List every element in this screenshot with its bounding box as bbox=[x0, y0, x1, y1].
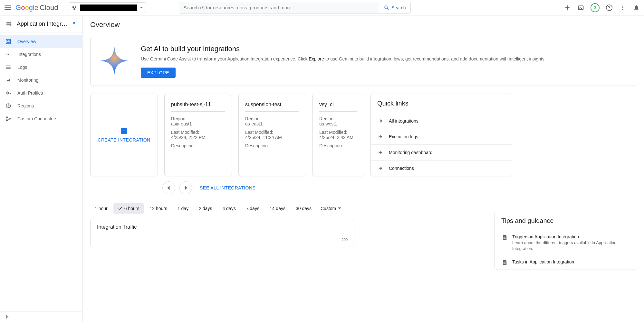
google-cloud-logo[interactable]: Google Cloud bbox=[15, 4, 58, 12]
chart-y-max: 200 bbox=[97, 238, 348, 242]
time-range-1day[interactable]: 1 day bbox=[173, 203, 193, 214]
create-integration-card[interactable]: + CREATE INTEGRATION bbox=[90, 94, 158, 176]
logs-icon bbox=[5, 64, 12, 70]
monitoring-icon bbox=[5, 77, 12, 83]
collapse-sidebar[interactable] bbox=[0, 311, 82, 322]
quick-links-title: Quick links bbox=[371, 94, 512, 113]
svg-point-17 bbox=[9, 118, 11, 119]
document-icon bbox=[501, 259, 508, 266]
integration-card[interactable]: vsy_cl Region: us-west1 Last Modified: 4… bbox=[312, 94, 364, 176]
cloud-label: Cloud bbox=[40, 4, 58, 12]
nav-list: Overview Integrations Logs Monitoring Au… bbox=[0, 32, 82, 311]
ai-promo-card: Get AI to build your integrations Use Ge… bbox=[90, 37, 636, 86]
sidebar-item-label: Integrations bbox=[17, 52, 41, 57]
prev-button[interactable] bbox=[162, 181, 175, 194]
cloud-shell-icon[interactable] bbox=[577, 4, 585, 12]
sidebar-header: Application Integr… bbox=[0, 15, 82, 32]
pin-icon[interactable] bbox=[72, 21, 77, 26]
integration-name: suspension-test bbox=[245, 102, 299, 112]
search-box: Search bbox=[179, 2, 411, 14]
quick-link-all-integrations[interactable]: All integrations bbox=[371, 113, 512, 129]
gemini-icon[interactable] bbox=[563, 4, 571, 12]
notifications-icon[interactable] bbox=[632, 4, 640, 12]
more-icon[interactable] bbox=[619, 4, 627, 12]
svg-rect-18 bbox=[6, 315, 6, 319]
time-range-12hours[interactable]: 12 hours bbox=[145, 203, 171, 214]
arrow-right-icon bbox=[377, 165, 384, 171]
project-selector[interactable] bbox=[69, 2, 146, 13]
page-title: Overview bbox=[82, 15, 644, 34]
svg-rect-10 bbox=[9, 40, 10, 41]
explore-button[interactable]: EXPLORE bbox=[141, 68, 176, 78]
svg-rect-3 bbox=[579, 6, 583, 10]
svg-rect-8 bbox=[6, 39, 11, 44]
tips-card: Tips and guidance Triggers in Applicatio… bbox=[495, 211, 636, 270]
sidebar-item-label: Logs bbox=[17, 65, 27, 70]
promo-text: Use Germini Code Assist to transform you… bbox=[141, 56, 628, 62]
sidebar-item-integrations[interactable]: Integrations bbox=[0, 48, 82, 61]
chart-title: Integration Traffic bbox=[97, 224, 348, 230]
search-icon bbox=[384, 5, 389, 11]
time-range-14days[interactable]: 14 days bbox=[265, 203, 290, 214]
sidebar-item-custom-connectors[interactable]: Custom Connectors bbox=[0, 112, 82, 125]
svg-point-5 bbox=[622, 5, 623, 6]
quick-link-execution-logs[interactable]: Execution logs bbox=[371, 129, 512, 144]
search-button[interactable]: Search bbox=[379, 2, 410, 13]
svg-point-13 bbox=[7, 93, 8, 94]
sidebar-item-overview[interactable]: Overview bbox=[0, 35, 82, 48]
integration-service-icon bbox=[5, 20, 13, 28]
see-all-integrations-link[interactable]: SEE ALL INTEGRATIONS bbox=[200, 185, 255, 190]
menu-icon[interactable] bbox=[4, 4, 12, 12]
pagination: SEE ALL INTEGRATIONS bbox=[90, 181, 636, 194]
overview-icon bbox=[5, 38, 12, 45]
svg-point-1 bbox=[74, 6, 76, 8]
time-range-custom[interactable]: Custom bbox=[317, 203, 344, 214]
time-range-4days[interactable]: 4 days bbox=[218, 203, 240, 214]
sidebar-item-regions[interactable]: Regions bbox=[0, 99, 82, 112]
quick-link-monitoring-dashboard[interactable]: Monitoring dashboard bbox=[371, 144, 512, 160]
search-input[interactable] bbox=[179, 2, 379, 13]
sidebar-item-monitoring[interactable]: Monitoring bbox=[0, 74, 82, 87]
svg-point-6 bbox=[622, 7, 623, 8]
gemini-spark-icon bbox=[98, 45, 130, 77]
project-name-redacted bbox=[80, 5, 137, 11]
time-range-7days[interactable]: 7 days bbox=[242, 203, 264, 214]
integration-name: vsy_cl bbox=[319, 102, 357, 112]
key-icon bbox=[5, 90, 12, 96]
svg-point-0 bbox=[72, 6, 74, 8]
trial-badge[interactable]: 3 bbox=[591, 3, 600, 12]
sidebar-item-label: Monitoring bbox=[17, 78, 38, 83]
svg-point-7 bbox=[622, 9, 623, 10]
time-range-1hour[interactable]: 1 hour bbox=[90, 203, 112, 214]
document-icon bbox=[501, 234, 508, 241]
chevron-down-icon bbox=[140, 7, 143, 9]
connectors-icon bbox=[5, 115, 12, 122]
time-range-selector: 1 hour 6 hours 12 hours 1 day 2 days 4 d… bbox=[90, 203, 487, 214]
help-icon[interactable] bbox=[605, 4, 613, 12]
create-integration-label: CREATE INTEGRATION bbox=[98, 137, 150, 143]
main-content: Overview Get AI to build your integratio… bbox=[82, 15, 644, 322]
tip-item[interactable]: Triggers in Application Integration Lear… bbox=[495, 230, 636, 255]
sidebar-item-label: Regions bbox=[17, 103, 34, 108]
tips-title: Tips and guidance bbox=[495, 211, 636, 230]
sidebar-item-label: Auth Profiles bbox=[17, 90, 43, 96]
promo-title: Get AI to build your integrations bbox=[141, 45, 628, 53]
sidebar: Application Integr… Overview Integration… bbox=[0, 15, 82, 322]
next-button[interactable] bbox=[179, 181, 192, 194]
time-range-2days[interactable]: 2 days bbox=[194, 203, 216, 214]
svg-point-16 bbox=[6, 120, 8, 121]
sidebar-item-auth-profiles[interactable]: Auth Profiles bbox=[0, 87, 82, 99]
search-button-label: Search bbox=[391, 5, 406, 10]
tip-item[interactable]: Tasks in Application Integration bbox=[495, 255, 636, 270]
integration-card[interactable]: pubsub-test-sj-11 Region: asia-east1 Las… bbox=[164, 94, 232, 176]
sidebar-item-logs[interactable]: Logs bbox=[0, 61, 82, 74]
quick-link-connections[interactable]: Connections bbox=[371, 160, 512, 176]
sidebar-item-label: Custom Connectors bbox=[17, 116, 57, 121]
check-icon bbox=[118, 206, 122, 211]
sidebar-item-label: Overview bbox=[17, 39, 36, 44]
chevron-down-icon bbox=[338, 207, 341, 209]
time-range-30days[interactable]: 30 days bbox=[291, 203, 316, 214]
time-range-6hours[interactable]: 6 hours bbox=[113, 203, 144, 214]
integration-card[interactable]: suspension-test Region: us-east1 Last Mo… bbox=[238, 94, 306, 176]
svg-rect-9 bbox=[7, 40, 8, 41]
